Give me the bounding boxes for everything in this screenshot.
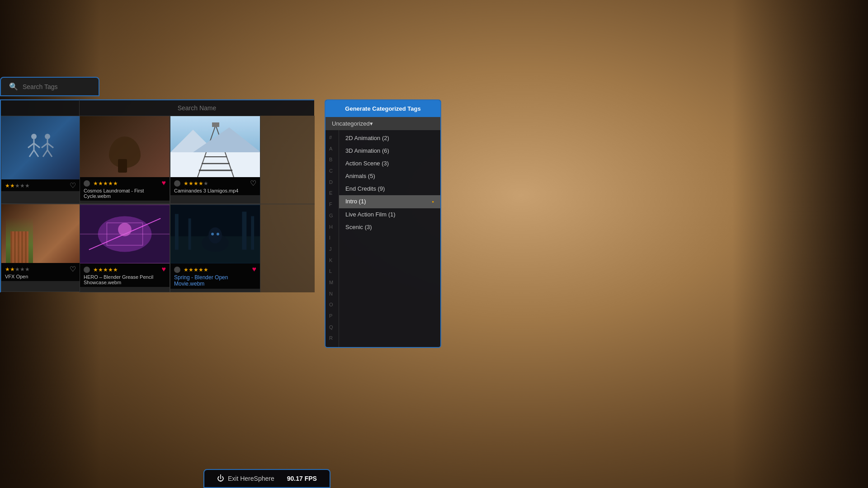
search-name-bar — [79, 99, 314, 116]
heart-outline-vfx: ♡ — [70, 265, 76, 273]
exit-icon: ⏻ — [217, 474, 224, 483]
video-card-anim[interactable]: ★★★★★ ♡ — [1, 116, 80, 204]
svg-rect-34 — [251, 216, 254, 249]
tag-item-animals[interactable]: Animals (5) — [339, 170, 440, 183]
partial-left-column: ★★★★★ ♡ ★★★★★ ♡ VFX Open — [0, 116, 79, 292]
svg-rect-13 — [170, 152, 260, 177]
svg-point-38 — [217, 233, 219, 235]
tag-item-2d-animation[interactable]: 2D Animation (2) — [339, 132, 440, 145]
svg-point-37 — [211, 233, 214, 235]
svg-line-5 — [34, 150, 38, 157]
svg-line-9 — [47, 143, 53, 148]
video-card-vfx[interactable]: ★★★★★ ♡ VFX Open — [1, 204, 80, 292]
heart-spring: ♥ — [252, 265, 257, 273]
video-card-hero[interactable]: ★★★★★ ♥ HERO – Blender Grease Pencil Sho… — [80, 204, 170, 292]
tag-item-live-action-film[interactable]: Live Action Film (1) — [339, 208, 440, 221]
letter-index-column: # A B C D E F G H I J K L M N O P Q R S … — [326, 130, 339, 347]
video-card-caminandes[interactable]: ★★★★★ ♡ Caminandes 3 Llamigos.mp4 — [170, 116, 260, 204]
video-title-caminandes: Caminandes 3 Llamigos.mp4 — [174, 188, 256, 193]
grid-spacer-r1c3 — [260, 116, 315, 204]
tag-item-3d-animation[interactable]: 3D Animation (6) — [339, 145, 440, 157]
heart-hero: ♥ — [162, 265, 166, 273]
search-tags-icon: 🔍 — [9, 82, 18, 91]
grid-spacer-r2c3 — [260, 204, 315, 292]
exit-heresphere-button[interactable]: ⏻ Exit HereSphere — [217, 474, 274, 483]
fps-display: 90.17 FPS — [287, 475, 317, 482]
svg-line-3 — [34, 143, 40, 148]
video-title-cosmos: Cosmos Laundromat - First Cycle.webm — [84, 188, 166, 199]
bottom-bar: ⏻ Exit HereSphere 90.17 FPS — [203, 469, 330, 488]
svg-rect-32 — [189, 218, 191, 249]
svg-point-0 — [31, 134, 37, 139]
generate-categorized-tags-button[interactable]: Generate Categorized Tags — [326, 100, 440, 117]
search-name-input[interactable] — [80, 104, 314, 112]
svg-line-11 — [47, 150, 52, 157]
heart-caminandes: ♡ — [250, 179, 256, 188]
search-tags-bar: 🔍 — [0, 77, 99, 96]
search-tags-input[interactable] — [23, 83, 86, 90]
tag-item-intro[interactable]: Intro (1) ● — [339, 195, 440, 208]
bg-vignette-right — [732, 0, 868, 488]
heart-cosmos: ♥ — [162, 179, 166, 187]
svg-point-6 — [45, 134, 50, 139]
svg-point-36 — [208, 227, 222, 244]
video-title-hero: HERO – Blender Grease Pencil Showcase.we… — [84, 274, 166, 285]
video-title-vfx: VFX Open — [5, 274, 76, 279]
svg-line-2 — [28, 143, 34, 148]
svg-point-27 — [118, 223, 132, 236]
tag-item-action-scene[interactable]: Action Scene (3) — [339, 157, 440, 170]
svg-rect-31 — [175, 214, 179, 249]
svg-rect-33 — [242, 212, 246, 250]
tags-panel: Generate Categorized Tags Uncategorized▾… — [325, 99, 441, 348]
svg-line-10 — [43, 150, 47, 157]
svg-line-4 — [29, 150, 34, 157]
video-card-cosmos[interactable]: ★★★★★ ♥ Cosmos Laundromat - First Cycle.… — [80, 116, 170, 204]
video-title-spring: Spring - Blender Open Movie.webm — [174, 274, 256, 287]
tag-item-end-credits[interactable]: End Credits (9) — [339, 183, 440, 195]
video-card-spring[interactable]: ★★★★★ ♥ Spring - Blender Open Movie.webm — [170, 204, 260, 292]
tag-items-column: 2D Animation (2) 3D Animation (6) Action… — [339, 130, 440, 347]
tag-item-scenic[interactable]: Scenic (3) — [339, 221, 440, 234]
svg-line-8 — [42, 143, 47, 148]
svg-rect-22 — [212, 122, 219, 127]
uncategorized-header[interactable]: Uncategorized▾ — [326, 117, 440, 130]
heart-outline-anim: ♡ — [70, 181, 76, 190]
